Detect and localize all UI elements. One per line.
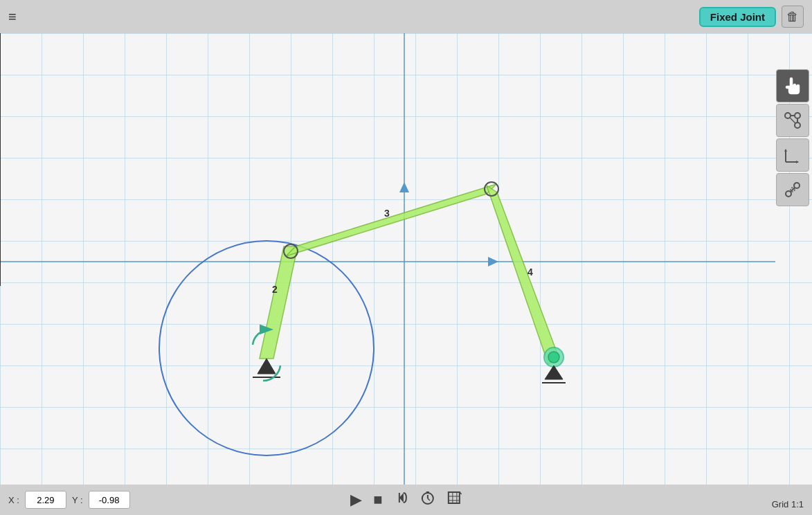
grid	[0, 33, 812, 515]
origin-tool[interactable]	[776, 138, 809, 172]
svg-rect-38	[449, 492, 460, 503]
svg-line-36	[428, 498, 430, 500]
playback-controls: ▶ ■	[350, 490, 461, 509]
svg-point-21	[795, 113, 800, 118]
stop-button[interactable]: ■	[373, 491, 382, 509]
play-button[interactable]: ▶	[350, 491, 362, 509]
header-right: Fixed Joint 🗑	[699, 6, 804, 28]
rewind-button[interactable]	[394, 490, 409, 509]
joint-tool[interactable]	[776, 173, 809, 206]
canvas-area[interactable]: 2 3 4	[0, 33, 812, 515]
svg-line-24	[790, 118, 795, 123]
pointer-tool[interactable]	[776, 69, 809, 102]
delete-button[interactable]: 🗑	[782, 6, 804, 28]
y-label: Y :	[72, 495, 83, 505]
svg-point-29	[786, 191, 791, 197]
right-toolbar	[773, 66, 812, 209]
svg-point-30	[794, 183, 800, 188]
x-input[interactable]	[25, 491, 66, 509]
link-tool[interactable]	[776, 104, 809, 137]
grid-label: Grid 1:1	[772, 499, 804, 509]
svg-marker-28	[796, 161, 799, 163]
bottom-bar: X : Y : ▶ ■	[0, 485, 812, 515]
svg-marker-27	[784, 149, 787, 152]
svg-point-19	[785, 113, 791, 118]
header: ≡ Fixed Joint 🗑	[0, 0, 812, 33]
svg-rect-1	[0, 33, 812, 515]
menu-icon[interactable]: ≡	[8, 9, 17, 25]
fixed-joint-button[interactable]: Fixed Joint	[699, 7, 776, 27]
svg-point-20	[795, 123, 800, 128]
frame-button[interactable]	[446, 490, 462, 509]
y-input[interactable]	[89, 491, 130, 509]
timer-button[interactable]	[420, 490, 435, 509]
x-label: X :	[8, 495, 19, 505]
